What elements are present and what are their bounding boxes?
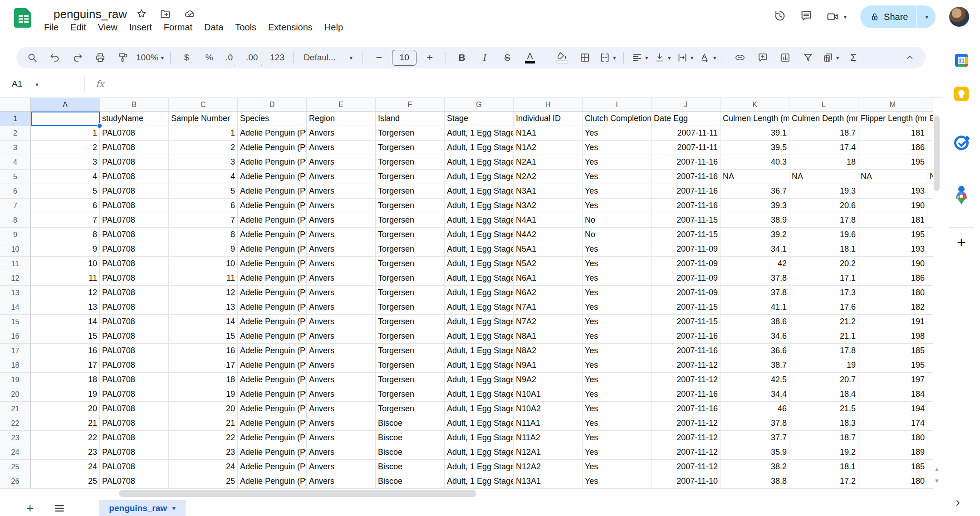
cell-H12[interactable]: N6A1 (514, 271, 583, 286)
cell-L10[interactable]: 18.1 (789, 242, 858, 257)
cell-B23[interactable]: PAL0708 (100, 431, 169, 445)
cell-E4[interactable]: Anvers (307, 155, 376, 170)
row-header-3[interactable]: 3 (0, 141, 31, 155)
vertical-align-button[interactable] (653, 49, 672, 67)
cell-F1[interactable]: Island (376, 112, 445, 126)
cell-L9[interactable]: 19.6 (789, 228, 858, 242)
cell-N6[interactable] (927, 184, 933, 199)
cell-B10[interactable]: PAL0708 (100, 242, 169, 257)
table-tools-button[interactable] (821, 49, 840, 67)
cell-L5[interactable]: NA (789, 170, 858, 184)
cell-B5[interactable]: PAL0708 (100, 170, 169, 184)
format-percent-button[interactable]: % (200, 49, 219, 67)
cell-C17[interactable]: 16 (169, 344, 238, 358)
cell-A12[interactable]: 11 (31, 271, 100, 286)
cell-K23[interactable]: 37.7 (720, 431, 789, 445)
cell-A18[interactable]: 17 (31, 358, 100, 373)
cell-M21[interactable]: 194 (858, 402, 927, 416)
horizontal-align-button[interactable] (630, 49, 649, 67)
cell-G9[interactable]: Adult, 1 Egg Stage (445, 228, 514, 242)
menu-item-insert[interactable]: Insert (123, 21, 158, 34)
cell-K25[interactable]: 38.2 (720, 460, 789, 474)
cell-J20[interactable]: 2007-11-16 (652, 387, 720, 402)
cell-C5[interactable]: 4 (169, 170, 238, 184)
cell-H24[interactable]: N12A1 (514, 445, 583, 460)
cell-H11[interactable]: N5A2 (514, 257, 583, 271)
cell-N8[interactable] (927, 213, 933, 228)
cell-N19[interactable] (927, 373, 933, 387)
cell-C26[interactable]: 25 (169, 474, 238, 489)
cell-M13[interactable]: 180 (858, 286, 927, 300)
cell-H6[interactable]: N3A1 (514, 184, 583, 199)
cloud-saved-icon[interactable] (184, 8, 196, 21)
borders-button[interactable] (575, 49, 594, 67)
cell-D12[interactable]: Adelie Penguin (Pygoscelis adeliae) (238, 271, 307, 286)
column-header-D[interactable]: D (238, 98, 307, 112)
cell-C15[interactable]: 14 (169, 315, 238, 329)
cell-I24[interactable]: Yes (583, 445, 652, 460)
cell-L25[interactable]: 18.1 (789, 460, 858, 474)
cell-J22[interactable]: 2007-11-12 (652, 416, 720, 431)
cell-I6[interactable]: Yes (583, 184, 652, 199)
cell-M25[interactable]: 185 (858, 460, 927, 474)
star-icon[interactable] (136, 8, 147, 21)
cell-J23[interactable]: 2007-11-12 (652, 431, 720, 445)
cell-A7[interactable]: 6 (31, 199, 100, 213)
cell-M19[interactable]: 197 (858, 373, 927, 387)
cell-J6[interactable]: 2007-11-16 (652, 184, 720, 199)
row-header-8[interactable]: 8 (0, 213, 31, 228)
cell-M20[interactable]: 184 (858, 387, 927, 402)
cell-F9[interactable]: Torgersen (376, 228, 445, 242)
cell-I10[interactable]: Yes (583, 242, 652, 257)
cell-N11[interactable] (927, 257, 933, 271)
cell-E3[interactable]: Anvers (307, 141, 376, 155)
cell-D22[interactable]: Adelie Penguin (Pygoscelis adeliae) (238, 416, 307, 431)
cell-F12[interactable]: Torgersen (376, 271, 445, 286)
cell-N17[interactable] (927, 344, 933, 358)
add-addon-icon[interactable]: + (957, 234, 966, 251)
cell-C6[interactable]: 5 (169, 184, 238, 199)
cell-N13[interactable] (927, 286, 933, 300)
zoom-select[interactable]: 100% (136, 49, 164, 67)
format-currency-button[interactable]: $ (177, 49, 196, 67)
cell-E10[interactable]: Anvers (307, 242, 376, 257)
bold-button[interactable]: B (452, 49, 471, 67)
cell-B24[interactable]: PAL0708 (100, 445, 169, 460)
cell-B26[interactable]: PAL0708 (100, 474, 169, 489)
row-header-11[interactable]: 11 (0, 257, 31, 271)
cell-K11[interactable]: 42 (720, 257, 789, 271)
menu-item-extensions[interactable]: Extensions (262, 21, 318, 34)
cell-A22[interactable]: 21 (31, 416, 100, 431)
cell-J19[interactable]: 2007-11-12 (652, 373, 720, 387)
horizontal-scrollbar[interactable] (0, 489, 933, 499)
cell-E1[interactable]: Region (307, 112, 376, 126)
cell-H9[interactable]: N4A2 (514, 228, 583, 242)
cell-A2[interactable]: 1 (31, 126, 100, 141)
row-header-21[interactable]: 21 (0, 402, 31, 416)
cell-C7[interactable]: 6 (169, 199, 238, 213)
cell-M10[interactable]: 193 (858, 242, 927, 257)
cell-I19[interactable]: Yes (583, 373, 652, 387)
cell-F8[interactable]: Torgersen (376, 213, 445, 228)
cell-H10[interactable]: N5A1 (514, 242, 583, 257)
cell-L12[interactable]: 17.1 (789, 271, 858, 286)
cell-F17[interactable]: Torgersen (376, 344, 445, 358)
cell-M17[interactable]: 185 (858, 344, 927, 358)
cell-L7[interactable]: 20.6 (789, 199, 858, 213)
cell-G12[interactable]: Adult, 1 Egg Stage (445, 271, 514, 286)
cell-N25[interactable] (927, 460, 933, 474)
cell-B18[interactable]: PAL0708 (100, 358, 169, 373)
cell-N5[interactable]: NA (927, 170, 933, 184)
cell-H23[interactable]: N11A2 (514, 431, 583, 445)
cell-J18[interactable]: 2007-11-12 (652, 358, 720, 373)
cell-D24[interactable]: Adelie Penguin (Pygoscelis adeliae) (238, 445, 307, 460)
cell-G19[interactable]: Adult, 1 Egg Stage (445, 373, 514, 387)
row-header-5[interactable]: 5 (0, 170, 31, 184)
cell-D4[interactable]: Adelie Penguin (Pygoscelis adeliae) (238, 155, 307, 170)
column-header-J[interactable]: J (652, 98, 720, 112)
cell-F16[interactable]: Torgersen (376, 329, 445, 344)
cell-E7[interactable]: Anvers (307, 199, 376, 213)
cell-N15[interactable] (927, 315, 933, 329)
cell-I14[interactable]: Yes (583, 300, 652, 315)
cell-E17[interactable]: Anvers (307, 344, 376, 358)
